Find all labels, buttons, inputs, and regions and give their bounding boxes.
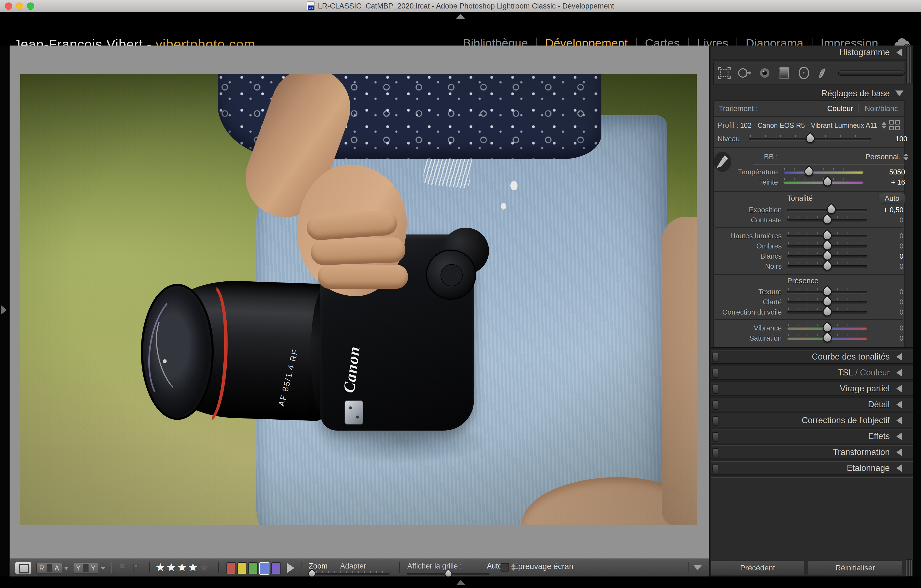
vibrance-value[interactable]: 0 [873,324,910,332]
panel-split-toning[interactable]: Virage partiel [711,382,914,395]
wb-dropdown-icon[interactable] [903,153,908,160]
blacks-value[interactable]: 0 [873,262,910,271]
profile-value[interactable]: 102 - Canon EOS R5 - Vibrant Lumineux A1… [739,122,879,129]
panel-toggle-switch[interactable] [713,416,718,426]
macos-titlebar: Lrc LR-CLASSIC_CatMBP_2020.lrcat - Adobe… [0,0,921,12]
tint-value[interactable]: + 16 [869,178,911,186]
top-panel-collapse-arrow-icon[interactable] [456,14,465,19]
before-after-lr-button[interactable]: RA [36,562,62,574]
panel-calibration[interactable]: Etalonnage [711,462,914,474]
color-label-green[interactable] [248,562,258,574]
exposure-value[interactable]: + 0,50 [873,206,910,214]
saturation-value[interactable]: 0 [873,334,910,342]
adjustment-brush-tool-icon[interactable] [817,65,832,81]
panel-transform[interactable]: Transformation [711,446,914,459]
color-label-yellow[interactable] [238,562,247,574]
previous-button[interactable]: Précédent [711,560,804,575]
color-label-blue-selected[interactable] [259,562,269,575]
panel-effects[interactable]: Effets [711,430,914,443]
panel-toggle-switch[interactable] [713,401,718,410]
loupe-view-button[interactable] [15,562,31,574]
temp-slider[interactable] [783,167,864,177]
red-eye-tool-icon[interactable] [758,66,771,80]
panel-toggle-switch[interactable] [713,384,718,394]
histogram-panel-header[interactable]: Histogramme [711,46,914,59]
slider-thumb[interactable] [821,175,834,188]
shadows-value[interactable]: 0 [873,242,910,251]
zoom-button[interactable] [27,2,34,10]
treatment-bw-option[interactable]: Noir/blanc [864,104,899,113]
slider-thumb[interactable] [821,213,834,226]
slideshow-play-icon[interactable] [287,563,295,573]
panel-toggle-switch[interactable] [713,353,718,362]
left-panel-expand-arrow-icon[interactable] [2,306,7,314]
panel-toggle-switch[interactable] [713,368,718,378]
basic-panel-header[interactable]: Réglages de base [711,87,914,100]
reset-button[interactable]: Réinitialiser [808,560,902,575]
white-balance-eyedropper-icon[interactable] [714,151,731,172]
tint-slider[interactable] [783,177,864,187]
soft-proof-checkbox[interactable] [501,563,509,572]
close-button[interactable] [5,2,12,10]
profile-amount-value[interactable]: 100 [877,135,913,143]
whites-value[interactable]: 0 [873,252,910,261]
filmstrip-expand-arrow-icon[interactable] [456,580,465,585]
grid-mode-value[interactable]: Auto [487,562,502,570]
contrast-slider[interactable] [787,215,867,225]
dehaze-value[interactable]: 0 [873,308,910,316]
blacks-slider[interactable] [787,261,867,272]
highlights-value[interactable]: 0 [873,232,910,240]
star-icon-empty[interactable]: ★ [199,559,209,576]
slider-thumb[interactable] [802,165,815,178]
before-after-dropdown-icon[interactable] [64,567,68,570]
pick-flag-icon[interactable] [117,562,128,573]
clarity-value[interactable]: 0 [873,298,910,306]
temp-value[interactable]: 5050 [869,168,911,176]
slider-thumb[interactable] [821,331,834,344]
star-icon[interactable]: ★ [188,559,198,576]
contrast-value[interactable]: 0 [873,216,910,224]
panel-scrollbar[interactable] [906,47,913,83]
texture-value[interactable]: 0 [873,288,910,296]
profile-section: Profil : 102 - Canon EOS R5 - Vibrant Lu… [714,117,904,148]
panel-toggle-switch[interactable] [713,464,718,473]
photo-canvas[interactable]: AF 85/1.4 RF Canon [20,74,697,525]
panel-detail[interactable]: Détail [711,398,914,411]
reject-flag-icon[interactable] [130,562,142,573]
slider-thumb[interactable] [804,132,817,145]
star-rating[interactable]: ★ ★ ★ ★ ★ [155,559,209,576]
toolbar-options-dropdown-icon[interactable] [693,565,702,570]
slider-thumb[interactable] [821,259,834,272]
wb-value[interactable]: Personnal. [866,153,901,161]
panel-scrollbar-grip[interactable] [906,559,913,577]
profile-browser-icon[interactable] [889,120,900,130]
star-icon[interactable]: ★ [177,559,187,576]
color-label-red[interactable] [226,562,236,574]
minimize-button[interactable] [16,2,23,10]
treatment-color-option[interactable]: Couleur [827,104,853,113]
slider-thumb[interactable] [821,305,834,318]
panel-lens-corrections[interactable]: Corrections de l'objectif [711,414,914,427]
radial-filter-tool-icon[interactable] [797,65,810,81]
spot-removal-tool-icon[interactable] [737,66,752,80]
panel-tone-curve[interactable]: Courbe des tonalités [711,350,914,363]
zoom-slider[interactable] [309,573,389,575]
profile-dropdown-icon[interactable] [882,122,887,129]
star-icon[interactable]: ★ [155,559,166,576]
before-after-tb-dropdown-icon[interactable] [101,567,105,570]
panel-toggle-switch[interactable] [713,448,718,458]
profile-amount-slider[interactable] [749,134,871,144]
color-label-purple[interactable] [272,562,281,574]
auto-tone-button[interactable]: Auto [879,193,906,204]
before-after-tb-button[interactable]: YY [73,562,98,574]
saturation-slider[interactable] [787,333,867,344]
star-icon[interactable]: ★ [166,559,177,576]
panel-hsl-color[interactable]: TSL / Couleur [711,366,914,379]
dehaze-slider[interactable] [787,307,867,317]
soft-proof-label[interactable]: Epreuvage écran [513,562,573,571]
fit-label[interactable]: Adapter [340,562,366,570]
crop-tool-icon[interactable] [718,66,731,80]
graduated-filter-tool-icon[interactable] [777,65,791,81]
panel-toggle-switch[interactable] [713,432,718,441]
tone-section: Tonalité Auto Exposition + 0,50 Contrast… [714,192,904,275]
